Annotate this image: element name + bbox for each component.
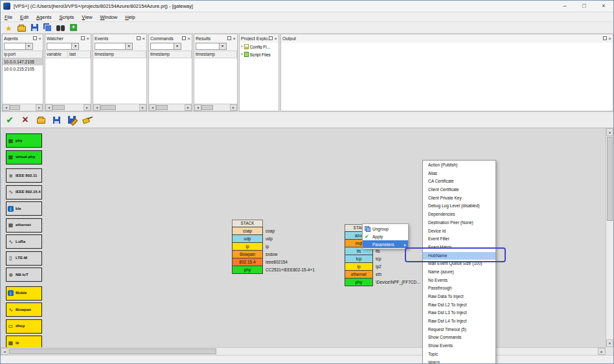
palette-item-virtual-phy[interactable]: ▦virtual phy	[6, 150, 42, 165]
scroll-left-button[interactable]: ◄	[45, 104, 52, 111]
hscroll-thumb[interactable]	[156, 105, 168, 110]
panel-hscrollbar[interactable]: ◄►	[45, 104, 91, 111]
add-button[interactable]	[67, 22, 80, 33]
param-menu-item-show-events[interactable]: Show Events	[423, 342, 495, 350]
palette-item-phy[interactable]: ▦phy	[6, 133, 42, 148]
hscroll-track[interactable]	[8, 348, 598, 355]
column-header-variable[interactable]: variable	[45, 51, 68, 58]
hscroll-track[interactable]	[52, 104, 84, 111]
palette-item-ieee-802-11[interactable]: ≋IEEE 802.11	[6, 168, 42, 183]
maximize-button[interactable]: □	[574, 1, 594, 12]
close-panel-icon[interactable]: ×	[142, 36, 145, 41]
table-row[interactable]: 10.0.0.147:2105	[3, 58, 43, 65]
float-panel-icon[interactable]	[182, 36, 186, 40]
palette-item-ble[interactable]: ᛒble	[6, 201, 42, 216]
menu-scripts[interactable]: Scripts	[55, 14, 78, 21]
column-header-timestamp[interactable]: timestamp	[93, 51, 146, 58]
param-menu-item-raw-dst-l2-to-inject[interactable]: Raw Dst L2 To Inject	[423, 301, 495, 310]
param-menu-item-ca-certificate[interactable]: CA Certificate	[423, 177, 495, 186]
context-menu-item-parameters[interactable]: Parameters▸	[363, 240, 408, 248]
stack-layer-phy[interactable]: phyCC2531+IEEE802-15-4+1	[232, 266, 263, 274]
hscroll-track[interactable]	[100, 104, 139, 111]
save-all-button[interactable]	[41, 22, 54, 33]
open-button[interactable]	[16, 22, 28, 33]
menu-view[interactable]: View	[78, 14, 96, 21]
param-menu-item-raw-dst-l4-to-inject[interactable]: Raw Dst L4 To Inject	[423, 317, 495, 326]
cancel-button[interactable]	[19, 113, 32, 126]
close-panel-icon[interactable]: ×	[86, 36, 89, 41]
param-menu-item-device-id[interactable]: Device Id	[423, 227, 495, 236]
column-header-timestamp[interactable]: timestamp	[194, 51, 237, 58]
results-filter-combo[interactable]	[196, 43, 227, 50]
hscroll-thumb[interactable]	[100, 105, 116, 110]
column-header-last[interactable]: last	[68, 51, 91, 58]
palette-item-dhcp[interactable]: ▭dhcp	[6, 319, 42, 334]
new-button[interactable]	[3, 22, 15, 33]
scroll-right-button[interactable]: ►	[185, 104, 192, 111]
palette-item-ieee-802-15-4[interactable]: ∿IEEE 802.15.4	[6, 185, 42, 199]
palette-item-6loble[interactable]: ᛒ6loble	[6, 286, 42, 301]
param-menu-item-request-timeout-5[interactable]: Request Timeout (5)	[423, 326, 495, 334]
float-panel-icon[interactable]	[33, 36, 37, 40]
close-panel-icon[interactable]: ×	[38, 36, 41, 41]
param-menu-item-event-filter[interactable]: Event Filter	[423, 235, 495, 244]
menu-file[interactable]: File	[1, 14, 16, 21]
float-panel-icon[interactable]	[227, 36, 231, 40]
panel-hscrollbar[interactable]: ◄►	[93, 104, 146, 111]
scroll-left-button[interactable]: ◄	[194, 104, 201, 111]
scroll-left-button[interactable]: ◄	[93, 104, 100, 111]
tree-item-config-fi[interactable]: ›Config Fi...	[240, 43, 279, 51]
topology-canvas[interactable]: ▦phy▦virtual phy≋IEEE 802.11∿IEEE 802.15…	[1, 128, 613, 363]
clean-button[interactable]	[81, 113, 94, 126]
events-filter-combo[interactable]	[95, 43, 133, 50]
watcher-filter-combo[interactable]	[47, 43, 79, 50]
open-button[interactable]	[34, 113, 47, 126]
close-panel-icon[interactable]: ×	[187, 36, 190, 41]
canvas-vscrollbar[interactable]: ▲ ▼	[606, 128, 613, 347]
stack-layer-phy[interactable]: phy\Device\NPF_{FF7CD...	[345, 278, 373, 286]
param-menu-item-raw-data-to-inject[interactable]: Raw Data To Inject	[423, 293, 495, 301]
param-menu-item-raw-dst-l3-to-inject[interactable]: Raw Dst L3 To Inject	[423, 309, 495, 317]
param-menu-item-passthrough[interactable]: Passthrough	[423, 284, 495, 293]
save-button[interactable]	[28, 22, 41, 33]
param-menu-item-watch[interactable]: Watch	[423, 359, 495, 364]
palette-item-nb-iot[interactable]: ⊕NB-IoT	[6, 267, 42, 282]
scroll-left-button[interactable]: ◄	[3, 104, 10, 111]
float-panel-icon[interactable]	[269, 36, 273, 40]
save-as-button[interactable]	[65, 113, 78, 126]
stack-gateway-802154[interactable]: STACKcoapcoapudpudpipip6lowpansxdow802.1…	[232, 220, 263, 274]
table-row[interactable]: 10.0.0.215:2105	[3, 65, 43, 73]
canvas-hscrollbar[interactable]: ◄ ►	[1, 347, 606, 355]
scroll-left-button[interactable]: ◄	[1, 348, 8, 355]
apply-button[interactable]	[3, 113, 16, 126]
param-menu-item-destination-peer-none[interactable]: Destination Peer (None)	[423, 219, 495, 227]
menu-edit[interactable]: Edit	[16, 14, 32, 21]
palette-item-6lowpan[interactable]: ∿6lowpan	[6, 302, 42, 317]
minimize-button[interactable]: –	[555, 1, 574, 12]
scroll-right-button[interactable]: ►	[139, 104, 146, 111]
hscroll-track[interactable]	[156, 104, 185, 111]
float-panel-icon[interactable]	[137, 36, 141, 40]
scroll-right-button[interactable]: ►	[230, 104, 237, 111]
panel-hscrollbar[interactable]: ◄►	[194, 104, 237, 111]
param-menu-item-no-events[interactable]: No Events	[423, 277, 495, 285]
column-header-ip-port[interactable]: ip:port	[3, 51, 43, 58]
scroll-up-button[interactable]: ▲	[606, 128, 613, 136]
vscroll-thumb[interactable]	[607, 137, 613, 221]
hscroll-track[interactable]	[201, 104, 230, 111]
context-menu-item-ungroup[interactable]: Ungroup	[363, 225, 408, 233]
param-menu-item-show-commands[interactable]: Show Commands	[423, 334, 495, 342]
param-menu-item-client-certificate[interactable]: Client Certificate	[423, 186, 495, 194]
float-panel-icon[interactable]	[603, 36, 607, 40]
scroll-down-button[interactable]: ▼	[606, 339, 613, 347]
scroll-right-button[interactable]: ►	[84, 104, 91, 111]
menu-window[interactable]: Window	[97, 14, 122, 21]
scroll-right-button[interactable]: ►	[36, 104, 43, 111]
palette-item-lora[interactable]: ∿LoRa	[6, 234, 42, 249]
save-button[interactable]	[50, 113, 63, 126]
close-panel-icon[interactable]: ×	[274, 36, 277, 41]
menu-agents[interactable]: Agents	[32, 14, 55, 21]
chevron-right-icon[interactable]: ›	[241, 44, 243, 49]
find-button[interactable]	[54, 22, 67, 33]
param-menu-item-name-azure[interactable]: Name (azure)	[423, 268, 495, 277]
